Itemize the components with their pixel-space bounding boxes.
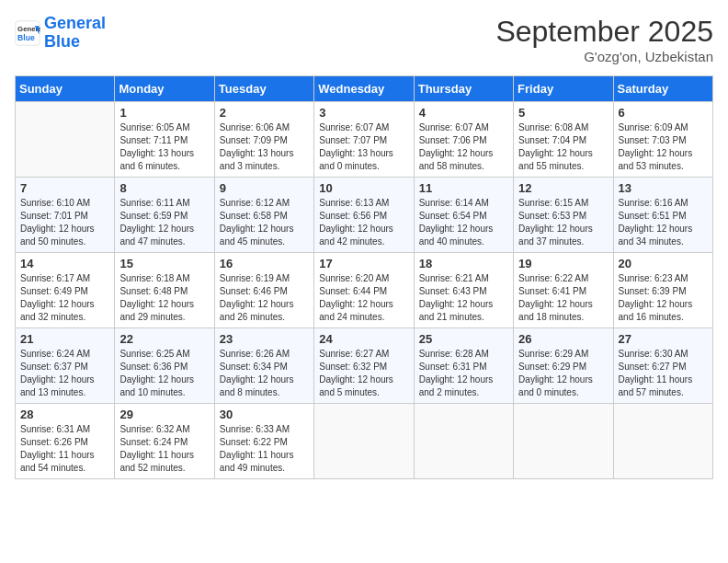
day-info: Sunrise: 6:12 AM Sunset: 6:58 PM Dayligh… — [220, 197, 309, 248]
calendar-cell: 27Sunrise: 6:30 AM Sunset: 6:27 PM Dayli… — [613, 328, 712, 404]
header-wednesday: Wednesday — [314, 76, 414, 102]
calendar-week-row: 7Sunrise: 6:10 AM Sunset: 7:01 PM Daylig… — [16, 178, 713, 253]
header-sunday: Sunday — [16, 76, 115, 102]
day-info: Sunrise: 6:32 AM Sunset: 6:24 PM Dayligh… — [119, 423, 209, 475]
calendar-cell: 10Sunrise: 6:13 AM Sunset: 6:56 PM Dayli… — [314, 178, 414, 253]
header-friday: Friday — [514, 76, 613, 102]
day-number: 3 — [319, 106, 408, 120]
calendar-cell: 14Sunrise: 6:17 AM Sunset: 6:49 PM Dayli… — [16, 253, 115, 328]
calendar-cell: 15Sunrise: 6:18 AM Sunset: 6:48 PM Dayli… — [115, 253, 214, 328]
calendar-cell — [16, 102, 115, 178]
calendar-table: SundayMondayTuesdayWednesdayThursdayFrid… — [15, 75, 713, 479]
day-info: Sunrise: 6:07 AM Sunset: 7:06 PM Dayligh… — [419, 121, 508, 173]
day-info: Sunrise: 6:25 AM Sunset: 6:36 PM Dayligh… — [119, 348, 209, 399]
calendar-cell: 3Sunrise: 6:07 AM Sunset: 7:07 PM Daylig… — [314, 102, 414, 178]
logo-icon: General Blue — [15, 20, 40, 46]
calendar-cell: 20Sunrise: 6:23 AM Sunset: 6:39 PM Dayli… — [613, 253, 712, 328]
day-info: Sunrise: 6:08 AM Sunset: 7:04 PM Dayligh… — [518, 121, 608, 173]
day-info: Sunrise: 6:26 AM Sunset: 6:34 PM Dayligh… — [220, 348, 309, 399]
day-number: 17 — [319, 257, 408, 270]
svg-text:Blue: Blue — [17, 33, 35, 42]
calendar-cell: 29Sunrise: 6:32 AM Sunset: 6:24 PM Dayli… — [115, 404, 214, 479]
day-number: 24 — [319, 332, 408, 346]
day-number: 18 — [419, 257, 508, 270]
calendar-cell: 21Sunrise: 6:24 AM Sunset: 6:37 PM Dayli… — [16, 328, 115, 404]
day-info: Sunrise: 6:24 AM Sunset: 6:37 PM Dayligh… — [20, 348, 109, 399]
header-thursday: Thursday — [414, 76, 513, 102]
day-info: Sunrise: 6:05 AM Sunset: 7:11 PM Dayligh… — [119, 121, 209, 173]
day-number: 2 — [220, 106, 309, 120]
calendar-header-row: SundayMondayTuesdayWednesdayThursdayFrid… — [16, 76, 713, 102]
day-info: Sunrise: 6:15 AM Sunset: 6:53 PM Dayligh… — [518, 197, 608, 248]
day-number: 23 — [220, 332, 309, 346]
day-number: 1 — [119, 106, 209, 120]
day-number: 14 — [20, 257, 109, 270]
calendar-cell: 23Sunrise: 6:26 AM Sunset: 6:34 PM Dayli… — [214, 328, 313, 404]
calendar-week-row: 28Sunrise: 6:31 AM Sunset: 6:26 PM Dayli… — [16, 404, 713, 479]
day-number: 30 — [220, 408, 309, 421]
calendar-cell: 22Sunrise: 6:25 AM Sunset: 6:36 PM Dayli… — [115, 328, 214, 404]
day-info: Sunrise: 6:33 AM Sunset: 6:22 PM Dayligh… — [220, 423, 309, 475]
header-tuesday: Tuesday — [214, 76, 313, 102]
day-info: Sunrise: 6:09 AM Sunset: 7:03 PM Dayligh… — [619, 121, 708, 173]
calendar-cell — [613, 404, 712, 479]
calendar-cell: 6Sunrise: 6:09 AM Sunset: 7:03 PM Daylig… — [613, 102, 712, 178]
day-number: 22 — [119, 332, 209, 346]
day-number: 15 — [119, 257, 209, 270]
day-number: 19 — [518, 257, 608, 270]
day-number: 27 — [619, 332, 708, 346]
calendar-cell: 9Sunrise: 6:12 AM Sunset: 6:58 PM Daylig… — [214, 178, 313, 253]
day-info: Sunrise: 6:17 AM Sunset: 6:49 PM Dayligh… — [20, 272, 109, 324]
calendar-cell: 30Sunrise: 6:33 AM Sunset: 6:22 PM Dayli… — [214, 404, 313, 479]
day-number: 28 — [20, 408, 109, 421]
day-info: Sunrise: 6:19 AM Sunset: 6:46 PM Dayligh… — [220, 272, 309, 324]
calendar-cell: 1Sunrise: 6:05 AM Sunset: 7:11 PM Daylig… — [115, 102, 214, 178]
day-number: 7 — [20, 181, 109, 195]
calendar-cell: 17Sunrise: 6:20 AM Sunset: 6:44 PM Dayli… — [314, 253, 414, 328]
calendar-week-row: 21Sunrise: 6:24 AM Sunset: 6:37 PM Dayli… — [16, 328, 713, 404]
day-info: Sunrise: 6:14 AM Sunset: 6:54 PM Dayligh… — [419, 197, 508, 248]
day-number: 9 — [220, 181, 309, 195]
day-info: Sunrise: 6:23 AM Sunset: 6:39 PM Dayligh… — [619, 272, 708, 324]
calendar-cell: 18Sunrise: 6:21 AM Sunset: 6:43 PM Dayli… — [414, 253, 513, 328]
day-number: 12 — [518, 181, 608, 195]
day-info: Sunrise: 6:20 AM Sunset: 6:44 PM Dayligh… — [319, 272, 408, 324]
header-monday: Monday — [115, 76, 214, 102]
calendar-cell: 2Sunrise: 6:06 AM Sunset: 7:09 PM Daylig… — [214, 102, 313, 178]
day-number: 26 — [518, 332, 608, 346]
day-number: 6 — [619, 106, 708, 120]
calendar-cell: 26Sunrise: 6:29 AM Sunset: 6:29 PM Dayli… — [514, 328, 613, 404]
calendar-cell — [314, 404, 414, 479]
day-number: 20 — [619, 257, 708, 270]
calendar-cell: 24Sunrise: 6:27 AM Sunset: 6:32 PM Dayli… — [314, 328, 414, 404]
day-info: Sunrise: 6:22 AM Sunset: 6:41 PM Dayligh… — [518, 272, 608, 324]
calendar-week-row: 14Sunrise: 6:17 AM Sunset: 6:49 PM Dayli… — [16, 253, 713, 328]
day-number: 13 — [619, 181, 708, 195]
calendar-cell: 13Sunrise: 6:16 AM Sunset: 6:51 PM Dayli… — [613, 178, 712, 253]
day-number: 29 — [119, 408, 209, 421]
day-number: 4 — [419, 106, 508, 120]
month-title: September 2025 — [495, 15, 713, 49]
day-info: Sunrise: 6:06 AM Sunset: 7:09 PM Dayligh… — [220, 121, 309, 173]
day-number: 16 — [220, 257, 309, 270]
day-info: Sunrise: 6:18 AM Sunset: 6:48 PM Dayligh… — [119, 272, 209, 324]
day-number: 10 — [319, 181, 408, 195]
calendar-cell: 5Sunrise: 6:08 AM Sunset: 7:04 PM Daylig… — [514, 102, 613, 178]
day-number: 8 — [119, 181, 209, 195]
day-info: Sunrise: 6:27 AM Sunset: 6:32 PM Dayligh… — [319, 348, 408, 399]
calendar-cell: 11Sunrise: 6:14 AM Sunset: 6:54 PM Dayli… — [414, 178, 513, 253]
title-block: September 2025 G'ozg'on, Uzbekistan — [495, 15, 713, 64]
calendar-cell: 16Sunrise: 6:19 AM Sunset: 6:46 PM Dayli… — [214, 253, 313, 328]
day-info: Sunrise: 6:28 AM Sunset: 6:31 PM Dayligh… — [419, 348, 508, 399]
calendar-cell: 25Sunrise: 6:28 AM Sunset: 6:31 PM Dayli… — [414, 328, 513, 404]
day-number: 25 — [419, 332, 508, 346]
location-subtitle: G'ozg'on, Uzbekistan — [495, 49, 713, 64]
day-info: Sunrise: 6:13 AM Sunset: 6:56 PM Dayligh… — [319, 197, 408, 248]
day-number: 5 — [518, 106, 608, 120]
day-number: 11 — [419, 181, 508, 195]
day-info: Sunrise: 6:07 AM Sunset: 7:07 PM Dayligh… — [319, 121, 408, 173]
day-info: Sunrise: 6:16 AM Sunset: 6:51 PM Dayligh… — [619, 197, 708, 248]
calendar-cell: 12Sunrise: 6:15 AM Sunset: 6:53 PM Dayli… — [514, 178, 613, 253]
day-info: Sunrise: 6:10 AM Sunset: 7:01 PM Dayligh… — [20, 197, 109, 248]
logo-text: GeneralBlue — [44, 15, 106, 52]
